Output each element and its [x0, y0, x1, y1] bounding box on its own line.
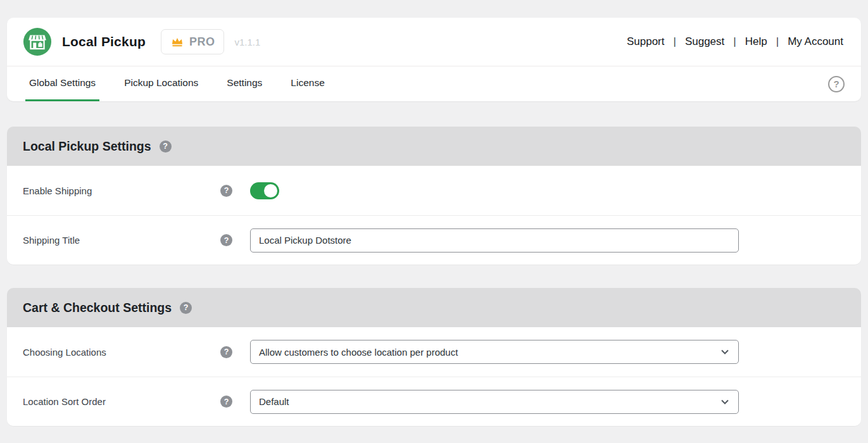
location-sort-order-select[interactable]: Default [250, 390, 739, 414]
section-rows: Choosing Locations ? Allow customers to … [7, 327, 861, 426]
plugin-header-card: Local Pickup PRO v1.1.1 Support | Sugges… [7, 18, 861, 101]
crown-icon [170, 35, 184, 49]
question-icon[interactable]: ? [220, 185, 232, 197]
choosing-locations-row: Choosing Locations ? Allow customers to … [7, 327, 861, 377]
question-icon[interactable]: ? [220, 234, 232, 246]
my-account-link[interactable]: My Account [788, 35, 843, 48]
local-pickup-settings-section: Local Pickup Settings ? Enable Shipping … [7, 127, 861, 265]
storefront-icon [23, 27, 52, 56]
support-link[interactable]: Support [627, 35, 665, 48]
question-icon[interactable]: ? [220, 346, 232, 358]
select-value: Default [259, 396, 289, 407]
shipping-title-row: Shipping Title ? [7, 215, 861, 265]
question-icon[interactable]: ? [220, 396, 232, 408]
suggest-link[interactable]: Suggest [685, 35, 724, 48]
enable-shipping-row: Enable Shipping ? [7, 166, 861, 215]
tab-settings[interactable]: Settings [223, 66, 266, 101]
shipping-title-input[interactable] [250, 228, 739, 253]
field-label: Shipping Title [23, 235, 220, 246]
page: Local Pickup PRO v1.1.1 Support | Sugges… [0, 0, 868, 426]
link-separator: | [733, 35, 736, 48]
section-header: Cart & Checkout Settings ? [7, 288, 861, 327]
link-separator: | [776, 35, 779, 48]
field-control: Default [250, 390, 739, 414]
question-icon[interactable]: ? [160, 140, 172, 153]
tab-bar: Global Settings Pickup Locations Setting… [7, 66, 861, 101]
field-label: Enable Shipping [23, 185, 220, 196]
tab-global-settings[interactable]: Global Settings [25, 66, 99, 101]
tab-license[interactable]: License [287, 66, 328, 101]
tab-pickup-locations[interactable]: Pickup Locations [120, 66, 202, 101]
link-separator: | [674, 35, 676, 48]
field-control [250, 182, 739, 199]
choosing-locations-select[interactable]: Allow customers to choose location per p… [250, 340, 739, 364]
question-circle-icon[interactable]: ? [828, 76, 845, 92]
section-rows: Enable Shipping ? Shipping Title ? [7, 166, 861, 265]
chevron-down-icon [720, 397, 730, 407]
location-sort-order-row: Location Sort Order ? Default [7, 377, 861, 426]
section-header: Local Pickup Settings ? [7, 127, 861, 166]
brand-row: Local Pickup PRO v1.1.1 Support | Sugges… [7, 18, 861, 66]
select-value: Allow customers to choose location per p… [259, 347, 458, 358]
header-links: Support | Suggest | Help | My Account [627, 35, 843, 48]
help-link[interactable]: Help [745, 35, 767, 48]
toggle-knob [264, 184, 277, 197]
section-title: Cart & Checkout Settings [23, 301, 172, 315]
question-icon[interactable]: ? [180, 302, 192, 314]
field-control [250, 228, 739, 253]
cart-checkout-settings-section: Cart & Checkout Settings ? Choosing Loca… [7, 288, 861, 426]
field-label: Choosing Locations [23, 347, 220, 358]
pro-badge-label: PRO [189, 35, 215, 49]
chevron-down-icon [720, 347, 730, 357]
app-title: Local Pickup [62, 34, 146, 49]
version-label: v1.1.1 [234, 37, 260, 47]
pro-badge[interactable]: PRO [161, 29, 225, 54]
field-label: Location Sort Order [23, 396, 220, 407]
section-title: Local Pickup Settings [23, 139, 151, 154]
field-control: Allow customers to choose location per p… [250, 340, 739, 364]
enable-shipping-toggle[interactable] [250, 182, 279, 199]
